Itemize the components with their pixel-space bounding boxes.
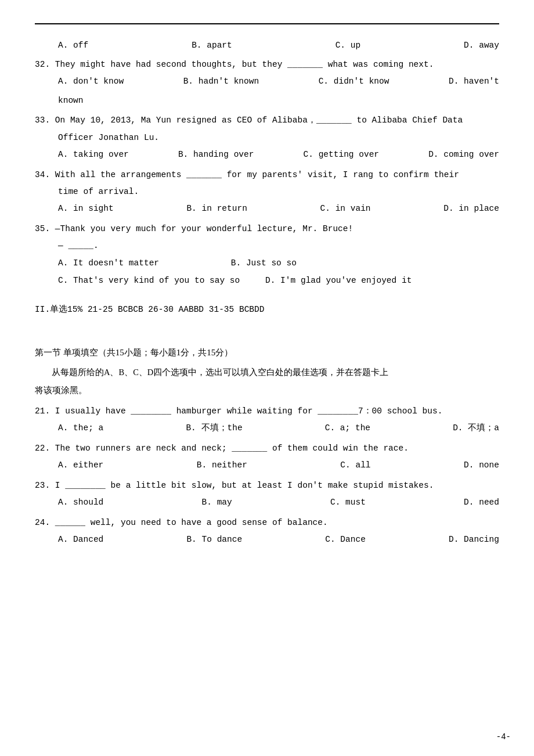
q23-opt-c: C. must bbox=[330, 495, 366, 510]
question-34: 34. With all the arrangements _______ fo… bbox=[35, 168, 499, 216]
section-title: 第一节 单项填空（共15小题；每小题1分，共15分） bbox=[35, 345, 499, 361]
question-35: 35. —Thank you very much for your wonder… bbox=[35, 222, 499, 289]
question-24: 24. ______ well, you need to have a good… bbox=[35, 516, 499, 547]
q22-opt-a: A. either bbox=[58, 458, 103, 473]
option-b: B. apart bbox=[192, 38, 232, 53]
question-33: 33. On May 10, 2013, Ma Yun resigned as … bbox=[35, 113, 499, 161]
question-35-text: 35. —Thank you very much for your wonder… bbox=[35, 222, 499, 236]
top-divider bbox=[35, 23, 499, 24]
q23-opt-a: A. should bbox=[58, 495, 103, 510]
q24-opt-d: D. Dancing bbox=[449, 532, 499, 547]
q22-opt-c: C. all bbox=[340, 458, 370, 473]
question-34-text: 34. With all the arrangements _______ fo… bbox=[35, 168, 499, 182]
section-instruction-2: 将该项涂黑。 bbox=[35, 383, 499, 398]
answer-key-block: II.单选15% 21-25 BCBCB 26-30 AABBD 31-35 B… bbox=[35, 303, 499, 317]
q22-options: A. either B. neither C. all D. none bbox=[58, 458, 499, 473]
q33-opt-c: C. getting over bbox=[304, 147, 380, 162]
question-22-text: 22. The two runners are neck and neck; _… bbox=[35, 441, 499, 456]
question-35-dash: — _____. bbox=[58, 239, 499, 253]
q21-options: A. the; a B. 不填；the C. a; the D. 不填；a bbox=[58, 421, 499, 435]
q34-opt-d: D. in place bbox=[443, 201, 499, 216]
q35-opt-a: A. It doesn't matter bbox=[58, 258, 159, 268]
question-21-text: 21. I usually have ________ hamburger wh… bbox=[35, 404, 499, 419]
q33-opt-b: B. handing over bbox=[178, 147, 254, 162]
option-c: C. up bbox=[335, 38, 361, 53]
question-33-text2: Officer Jonathan Lu. bbox=[58, 131, 499, 145]
page-number: -4- bbox=[496, 730, 511, 744]
q32-opt-d: D. haven't bbox=[449, 74, 499, 89]
option-d: D. away bbox=[464, 38, 499, 53]
prev-question-options: A. off B. apart C. up D. away bbox=[58, 38, 499, 53]
q23-options: A. should B. may C. must D. need bbox=[58, 495, 499, 510]
question-24-text: 24. ______ well, you need to have a good… bbox=[35, 516, 499, 530]
q35-options-row1: A. It doesn't matter B. Just so so bbox=[58, 255, 499, 271]
question-21: 21. I usually have ________ hamburger wh… bbox=[35, 404, 499, 435]
q33-opt-a: A. taking over bbox=[58, 147, 129, 162]
q32-opt-c: C. didn't know bbox=[319, 74, 389, 89]
section-instruction-1: 从每题所给的A、B、C、D四个选项中，选出可以填入空白处的最佳选项，并在答题卡上 bbox=[35, 365, 499, 380]
q34-options: A. in sight B. in return C. in vain D. i… bbox=[58, 201, 499, 216]
question-32-text: 32. They might have had second thoughts,… bbox=[35, 57, 499, 72]
q32-opt-b: B. hadn't known bbox=[183, 74, 259, 89]
question-34-text2: time of arrival. bbox=[58, 185, 499, 199]
q32-options: A. don't know B. hadn't known C. didn't … bbox=[58, 74, 499, 89]
question-22: 22. The two runners are neck and neck; _… bbox=[35, 441, 499, 473]
q34-opt-c: C. in vain bbox=[320, 201, 371, 216]
q33-opt-d: D. coming over bbox=[428, 147, 499, 162]
option-a: A. off bbox=[58, 38, 88, 53]
q21-opt-b: B. 不填；the bbox=[186, 421, 242, 435]
question-23-text: 23. I ________ be a little bit slow, but… bbox=[35, 478, 499, 493]
q22-opt-b: B. neither bbox=[197, 458, 247, 473]
q23-opt-b: B. may bbox=[202, 495, 232, 510]
section-header: 第一节 单项填空（共15小题；每小题1分，共15分） 从每题所给的A、B、C、D… bbox=[35, 345, 499, 398]
question-23: 23. I ________ be a little bit slow, but… bbox=[35, 478, 499, 510]
q21-opt-c: C. a; the bbox=[325, 421, 370, 435]
q24-options: A. Danced B. To dance C. Dance D. Dancin… bbox=[58, 532, 499, 547]
q21-opt-a: A. the; a bbox=[58, 421, 103, 435]
answer-key-text: II.单选15% 21-25 BCBCB 26-30 AABBD 31-35 B… bbox=[35, 303, 499, 317]
q24-opt-c: C. Dance bbox=[325, 532, 366, 547]
q33-options: A. taking over B. handing over C. gettin… bbox=[58, 147, 499, 162]
q21-opt-d: D. 不填；a bbox=[453, 421, 499, 435]
q32-opt-a: A. don't know bbox=[58, 74, 124, 89]
q22-opt-d: D. none bbox=[464, 458, 499, 473]
q32-known: known bbox=[58, 93, 499, 108]
q35-opt-b: B. Just so so bbox=[231, 258, 297, 268]
q23-opt-d: D. need bbox=[464, 495, 499, 510]
q24-opt-b: B. To dance bbox=[186, 532, 242, 547]
q34-opt-a: A. in sight bbox=[58, 201, 114, 216]
q34-opt-b: B. in return bbox=[186, 201, 247, 216]
question-32: 32. They might have had second thoughts,… bbox=[35, 57, 499, 108]
q35-opt-d: D. I'm glad you've enjoyed it bbox=[265, 276, 412, 285]
question-33-text: 33. On May 10, 2013, Ma Yun resigned as … bbox=[35, 113, 499, 128]
q35-opt-c: C. That's very kind of you to say so bbox=[58, 276, 240, 285]
q35-options-row2: C. That's very kind of you to say so D. … bbox=[58, 273, 499, 288]
q24-opt-a: A. Danced bbox=[58, 532, 103, 547]
